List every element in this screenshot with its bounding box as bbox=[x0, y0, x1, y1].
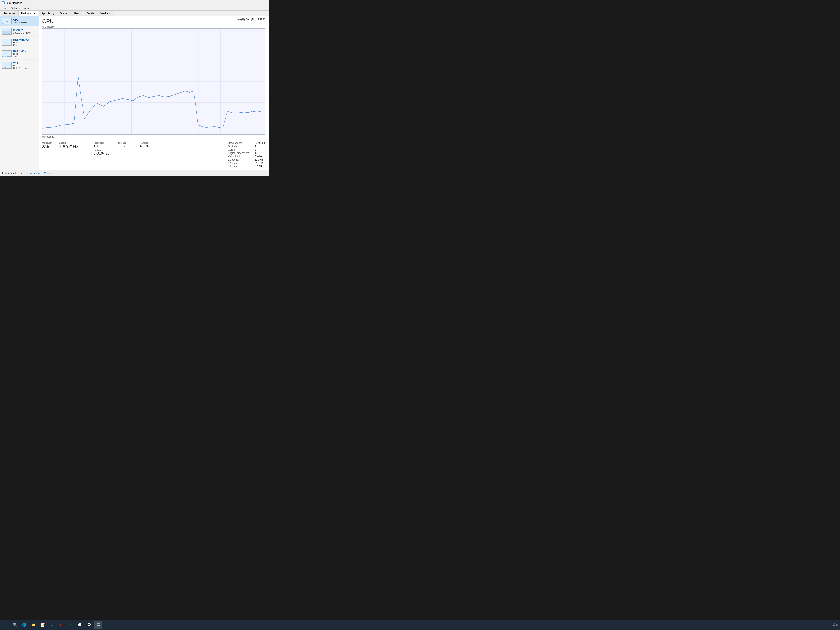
main-content: CPU Intel(R) Core(TM) i7-3520 % Utilizat… bbox=[39, 16, 269, 170]
disk0-sidebar-subtitle3: 0% bbox=[13, 44, 36, 46]
cpu-graph bbox=[42, 28, 265, 134]
wifi-sidebar-title: Wi-Fi bbox=[13, 61, 36, 64]
svg-rect-8 bbox=[2, 51, 11, 57]
wifi-sidebar-subtitle2: Wi-Fi 2 bbox=[13, 64, 36, 67]
disk0-sidebar-subtitle2: HDD bbox=[13, 41, 36, 44]
utilization-stat: Utilization 3% bbox=[42, 142, 52, 168]
disk1-sidebar-subtitle3: 2% bbox=[13, 55, 36, 58]
cores-value: 2 bbox=[255, 148, 265, 151]
disk0-sidebar-title: Disk 0 (E: F:) bbox=[13, 38, 36, 41]
base-speed-label: Base speed: bbox=[228, 142, 250, 144]
virtualization-value: Enabled bbox=[255, 155, 265, 158]
middle-stats: Processes 136 Threads 1187 Handles 46376… bbox=[94, 142, 156, 168]
tab-details[interactable]: Details bbox=[84, 11, 97, 16]
handles-label: Handles bbox=[140, 142, 149, 144]
disk1-sidebar-subtitle2: SSD bbox=[13, 53, 36, 55]
utilization-value: 3% bbox=[42, 144, 52, 150]
tab-services[interactable]: Services bbox=[98, 11, 112, 16]
handles-stat: Handles 46376 bbox=[140, 142, 149, 148]
l3cache-value: 4.0 MB bbox=[255, 165, 265, 168]
threads-stat: Threads 1187 bbox=[118, 142, 126, 148]
content-header: CPU Intel(R) Core(TM) i7-3520 bbox=[42, 18, 265, 25]
sidebar: CPU 3% 1.59 GHz Memory 1.8/3.9 GB (46%) bbox=[0, 16, 39, 170]
tab-performance[interactable]: Performance bbox=[19, 11, 38, 16]
base-speed-value: 2.90 GHz bbox=[255, 142, 265, 144]
tab-app-history[interactable]: App history bbox=[39, 11, 57, 16]
open-resource-monitor-link[interactable]: Open Resource Monitor bbox=[25, 172, 52, 175]
cores-label: Cores: bbox=[228, 148, 250, 151]
memory-sidebar-title: Memory bbox=[13, 28, 36, 32]
resource-monitor-icon: ● bbox=[21, 172, 22, 175]
svg-rect-4 bbox=[2, 18, 11, 24]
sockets-label: Sockets: bbox=[228, 145, 250, 148]
svg-rect-7 bbox=[2, 39, 11, 45]
menu-file[interactable]: File bbox=[1, 6, 8, 10]
processor-name: Intel(R) Core(TM) i7-3520 bbox=[237, 18, 265, 21]
menu-options[interactable]: Options bbox=[9, 6, 21, 10]
speed-value: 1.59 GHz bbox=[59, 144, 79, 150]
left-stats: Utilization 3% Speed 1.59 GHz bbox=[42, 142, 85, 168]
uptime-stat: Up time 0:00:04:50 bbox=[94, 149, 149, 155]
cpu-sidebar-subtitle: 3% 1.59 GHz bbox=[13, 21, 36, 24]
uptime-value: 0:00:04:50 bbox=[94, 152, 149, 155]
processes-label: Processes bbox=[94, 142, 104, 144]
main-layout: CPU 3% 1.59 GHz Memory 1.8/3.9 GB (46%) bbox=[0, 16, 269, 170]
stats-section: Utilization 3% Speed 1.59 GHz Processes … bbox=[42, 140, 265, 168]
sidebar-item-wifi[interactable]: Wi-Fi Wi-Fi 2 S: 0 R: 0 Kbps bbox=[0, 60, 39, 71]
svg-rect-2 bbox=[2, 3, 3, 4]
threads-value: 1187 bbox=[118, 144, 126, 148]
tab-bar: Processes Performance App history Startu… bbox=[0, 11, 269, 16]
sidebar-item-disk0[interactable]: Disk 0 (E: F:) HDD 0% bbox=[0, 36, 39, 48]
uptime-label: Up time bbox=[94, 149, 149, 152]
bottom-bar: Fewer details ● Open Resource Monitor bbox=[0, 170, 269, 176]
disk0-sidebar-info: Disk 0 (E: F:) HDD 0% bbox=[13, 38, 36, 46]
svg-rect-0 bbox=[2, 2, 3, 3]
memory-mini-thumb bbox=[2, 28, 11, 35]
speed-label: Speed bbox=[59, 142, 79, 144]
title-bar: Task Manager bbox=[0, 0, 269, 6]
tab-startup[interactable]: Startup bbox=[57, 11, 71, 16]
utilization-label: Utilization bbox=[42, 142, 52, 144]
tab-users[interactable]: Users bbox=[71, 11, 83, 16]
processes-value: 136 bbox=[94, 144, 104, 148]
disk1-sidebar-info: Disk 1 (C:) SSD 2% bbox=[13, 50, 36, 58]
time-label: 60 seconds bbox=[42, 136, 265, 138]
disk1-sidebar-title: Disk 1 (C:) bbox=[13, 50, 36, 53]
fewer-details-button[interactable]: Fewer details bbox=[2, 172, 17, 175]
l2cache-value: 512 KB bbox=[255, 162, 265, 165]
app-icon bbox=[2, 2, 5, 5]
memory-sidebar-info: Memory 1.8/3.9 GB (46%) bbox=[13, 28, 36, 34]
l1cache-label: L1 cache: bbox=[228, 158, 250, 161]
cpu-sidebar-info: CPU 3% 1.59 GHz bbox=[13, 18, 36, 24]
l3cache-label: L3 cache: bbox=[228, 165, 250, 168]
sidebar-item-disk1[interactable]: Disk 1 (C:) SSD 2% bbox=[0, 48, 39, 60]
processes-stat: Processes 136 bbox=[94, 142, 104, 148]
threads-label: Threads bbox=[118, 142, 126, 144]
speed-stat: Speed 1.59 GHz bbox=[59, 142, 79, 168]
logical-processors-value: 4 bbox=[255, 152, 265, 155]
cpu-mini-thumb bbox=[2, 17, 11, 24]
sockets-value: 1 bbox=[255, 145, 265, 148]
window-title: Task Manager bbox=[6, 2, 22, 5]
tab-processes[interactable]: Processes bbox=[1, 11, 18, 16]
memory-sidebar-subtitle: 1.8/3.9 GB (46%) bbox=[13, 32, 36, 34]
wifi-sidebar-subtitle3: S: 0 R: 0 Kbps bbox=[13, 67, 36, 69]
virtualization-label: Virtualization: bbox=[228, 155, 250, 158]
cpu-sidebar-title: CPU bbox=[13, 18, 36, 21]
l1cache-value: 128 KB bbox=[255, 158, 265, 161]
menu-bar: File Options View bbox=[0, 6, 269, 11]
sidebar-item-cpu[interactable]: CPU 3% 1.59 GHz bbox=[0, 16, 39, 26]
graph-label: % Utilization bbox=[42, 25, 265, 28]
logical-processors-label: Logical processors: bbox=[228, 152, 250, 155]
menu-view[interactable]: View bbox=[22, 6, 31, 10]
svg-rect-6 bbox=[2, 31, 11, 35]
disk1-mini-thumb bbox=[2, 51, 11, 57]
sidebar-item-memory[interactable]: Memory 1.8/3.9 GB (46%) bbox=[0, 26, 39, 36]
right-stats: Base speed: 2.90 GHz Sockets: 1 Cores: 2… bbox=[228, 142, 265, 168]
svg-rect-3 bbox=[3, 3, 4, 4]
svg-rect-1 bbox=[3, 2, 4, 3]
wifi-sidebar-info: Wi-Fi Wi-Fi 2 S: 0 R: 0 Kbps bbox=[13, 61, 36, 69]
disk0-mini-thumb bbox=[2, 39, 11, 46]
handles-value: 46376 bbox=[140, 144, 149, 148]
l2cache-label: L2 cache: bbox=[228, 162, 250, 165]
